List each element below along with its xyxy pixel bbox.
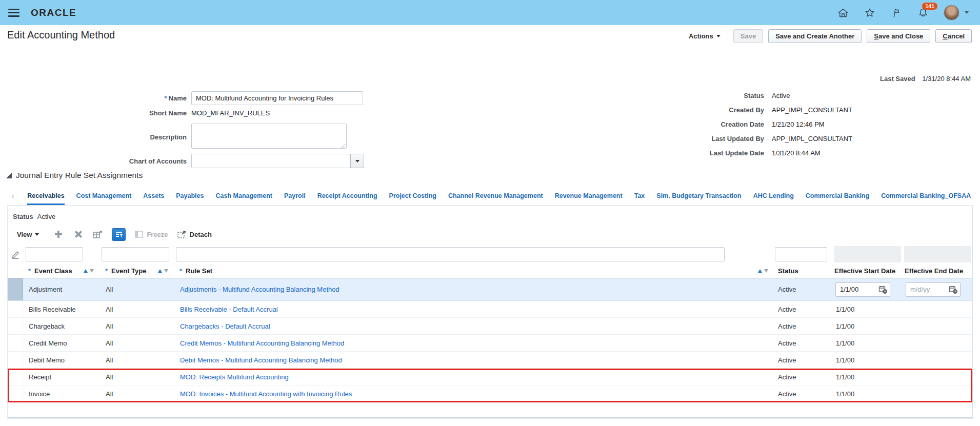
- tab-cost-management[interactable]: Cost Management: [76, 192, 132, 200]
- tab-payroll[interactable]: Payroll: [284, 192, 306, 200]
- required-mark: *: [165, 94, 167, 102]
- detail-label: Creation Date: [608, 120, 764, 128]
- sort-ascending-icon[interactable]: [158, 269, 162, 273]
- description-textarea[interactable]: [191, 124, 347, 149]
- save-and-create-another-button[interactable]: Save and Create Another: [768, 29, 862, 43]
- calendar-clock-icon[interactable]: [949, 285, 958, 294]
- detach-button[interactable]: Detach: [177, 231, 212, 238]
- detail-value: Active: [764, 92, 790, 99]
- tab-receipt-accounting[interactable]: Receipt Accounting: [317, 192, 377, 200]
- save-button[interactable]: Save: [733, 29, 763, 43]
- tab-cash-management[interactable]: Cash Management: [215, 192, 272, 200]
- column-header-status[interactable]: Status: [773, 264, 832, 278]
- avatar[interactable]: [944, 5, 959, 21]
- status-cell: Active: [773, 369, 832, 385]
- table-row[interactable]: Receipt All MOD: Receipts Multifund Acco…: [8, 369, 972, 386]
- start-date-cell: 1/1/00: [832, 301, 903, 317]
- end-date-cell: [903, 335, 972, 351]
- row-selector[interactable]: [8, 301, 23, 317]
- favorites-star-icon[interactable]: [864, 7, 876, 19]
- sort-ascending-icon[interactable]: [84, 269, 88, 273]
- query-by-example-filter-button[interactable]: [112, 228, 126, 241]
- last-saved: Last Saved 1/31/20 8:44 AM: [880, 75, 971, 83]
- table-row[interactable]: Bills Receivable All Bills Receivable - …: [8, 301, 972, 318]
- table-row[interactable]: Adjustment All Adjustments - Multifund A…: [8, 278, 972, 301]
- save-and-close-button[interactable]: Save and Close: [867, 29, 930, 43]
- rule-set-link[interactable]: Bills Receivable - Default Accrual: [180, 306, 278, 313]
- column-header-end-date[interactable]: Effective End Date: [903, 264, 972, 278]
- tab-commercial-banking[interactable]: Commercial Banking: [806, 192, 869, 200]
- table-row[interactable]: Chargeback All Chargebacks - Default Acc…: [8, 318, 972, 335]
- freeze-button[interactable]: Freeze: [135, 231, 168, 238]
- chart-of-accounts-input[interactable]: [191, 154, 350, 168]
- row-selector[interactable]: [8, 318, 23, 334]
- tab-project-costing[interactable]: Project Costing: [389, 192, 436, 200]
- row-selector[interactable]: [8, 386, 23, 402]
- status-filter-input[interactable]: [775, 247, 827, 261]
- sort-descending-icon[interactable]: [164, 269, 168, 273]
- add-row-icon[interactable]: [53, 229, 64, 239]
- rule-set-link[interactable]: MOD: Receipts Multifund Accounting: [180, 373, 289, 381]
- hamburger-menu-icon[interactable]: [8, 9, 19, 17]
- row-selector[interactable]: [8, 335, 23, 351]
- rule-set-filter-input[interactable]: [176, 247, 725, 261]
- last-saved-label: Last Saved: [880, 75, 915, 83]
- table-row[interactable]: Invoice All MOD: Invoices - Multifund Ac…: [8, 386, 972, 402]
- sort-descending-icon[interactable]: [90, 269, 94, 273]
- tab-tax[interactable]: Tax: [634, 192, 645, 200]
- detail-value: 1/21/20 12:46 PM: [764, 120, 825, 128]
- filter-row: [8, 245, 972, 264]
- event-type-filter-input[interactable]: [102, 247, 169, 261]
- collapse-triangle-icon[interactable]: [6, 173, 12, 178]
- table-row[interactable]: Credit Memo All Credit Memos - Multifund…: [8, 335, 972, 352]
- sort-ascending-icon[interactable]: [758, 269, 762, 273]
- column-header-start-date[interactable]: Effective Start Date: [832, 264, 903, 278]
- event-type-cell: All: [100, 335, 174, 351]
- edit-form: *Name Short Name MOD_MFAR_INV_RULES Desc…: [0, 90, 400, 169]
- table-header-row: * Event Class * Event Type * Rule Set St…: [8, 264, 972, 278]
- home-icon[interactable]: [837, 7, 849, 19]
- tab-commercial-banking-ofsaa[interactable]: Commercial Banking_OFSAA: [881, 192, 971, 200]
- column-header-event-type[interactable]: * Event Type: [100, 264, 174, 278]
- tab-scroll-left-icon[interactable]: ‹: [7, 191, 15, 202]
- pencil-icon[interactable]: [11, 250, 19, 259]
- rule-set-link[interactable]: MOD: Invoices - Multifund Accounting wit…: [180, 390, 352, 398]
- rule-set-link[interactable]: Debit Memos - Multifund Accounting Balan…: [180, 356, 342, 364]
- table-row[interactable]: Debit Memo All Debit Memos - Multifund A…: [8, 352, 972, 369]
- row-selector[interactable]: [8, 369, 23, 385]
- chart-of-accounts-dropdown-button[interactable]: [350, 154, 364, 168]
- rule-set-link[interactable]: Chargebacks - Default Accrual: [180, 322, 270, 330]
- notifications-bell[interactable]: 141: [917, 7, 929, 19]
- tab-receivables[interactable]: Receivables: [27, 192, 64, 200]
- name-input[interactable]: [191, 91, 363, 105]
- rule-set-link[interactable]: Adjustments - Multifund Accounting Balan…: [180, 286, 339, 293]
- topbar-actions: 141: [837, 5, 969, 21]
- tab-payables[interactable]: Payables: [176, 192, 204, 200]
- view-menu[interactable]: View: [17, 231, 39, 238]
- page: ORACLE 141 Edit Accounting Method Action…: [0, 0, 980, 426]
- tab-sim-budgetary-transaction[interactable]: Sim. Budgetary Transaction: [656, 192, 741, 200]
- tab-revenue-management[interactable]: Revenue Management: [555, 192, 623, 200]
- row-selector[interactable]: [8, 352, 23, 368]
- calendar-clock-icon[interactable]: [878, 285, 888, 294]
- tab-channel-revenue-management[interactable]: Channel Revenue Management: [448, 192, 543, 200]
- go-to-top-icon[interactable]: [92, 229, 103, 239]
- row-selector[interactable]: [8, 278, 23, 300]
- name-label: Name: [169, 94, 187, 102]
- actions-menu[interactable]: Actions: [689, 32, 723, 40]
- watchlist-flag-icon[interactable]: [890, 7, 903, 19]
- rule-set-link[interactable]: Credit Memos - Multifund Accounting Bala…: [180, 339, 344, 347]
- column-header-event-class[interactable]: * Event Class: [23, 264, 100, 278]
- event-class-filter-input[interactable]: [26, 247, 83, 261]
- detail-value: APP_IMPL_CONSULTANT: [764, 135, 852, 143]
- tab-ahc-lending[interactable]: AHC Lending: [753, 192, 794, 200]
- event-class-cell: Receipt: [23, 369, 100, 385]
- delete-row-icon[interactable]: [73, 229, 83, 239]
- cancel-button[interactable]: Cancel: [935, 29, 972, 43]
- sort-descending-icon[interactable]: [764, 269, 768, 273]
- end-date-cell: [903, 386, 972, 402]
- chevron-down-icon[interactable]: [965, 11, 969, 14]
- end-date-cell: [903, 318, 972, 334]
- tab-assets[interactable]: Assets: [143, 192, 164, 200]
- column-header-rule-set[interactable]: * Rule Set: [174, 264, 773, 278]
